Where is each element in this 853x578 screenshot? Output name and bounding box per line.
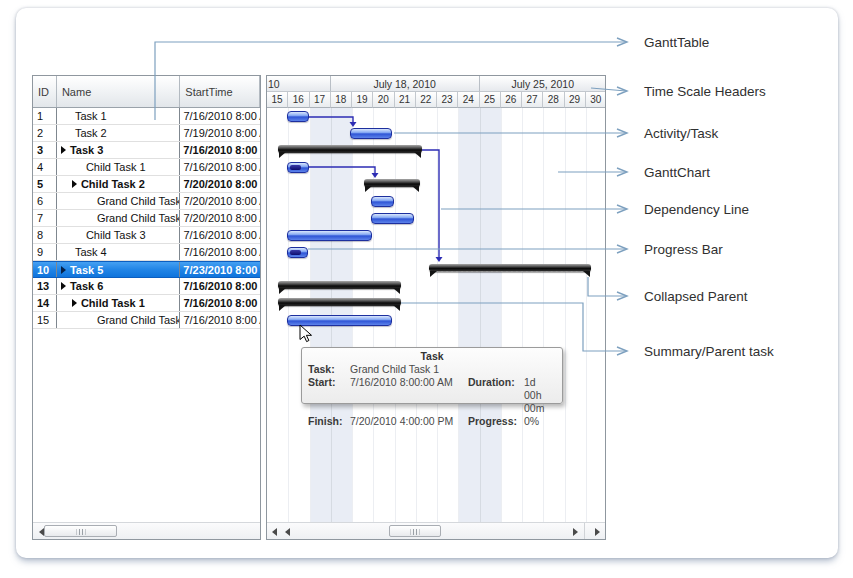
table-row-2[interactable]: 2Task 27/19/2010 8:00 A: [33, 125, 260, 142]
cell-starttime: 7/20/2010 8:00 A: [180, 193, 260, 209]
cell-starttime: 7/20/2010 8:00 A: [180, 210, 260, 226]
cell-starttime: 7/20/2010 8:00: [180, 176, 260, 192]
summary-bar[interactable]: [278, 281, 401, 289]
task-bar[interactable]: [287, 247, 308, 258]
tooltip-value: 7/16/2010 8:00:00 AM: [350, 376, 468, 415]
annotation-label-progress-bar: Progress Bar: [644, 242, 723, 257]
summary-bar[interactable]: [278, 145, 422, 153]
tooltip-label: Finish:: [308, 415, 350, 428]
cell-name: Task 6: [57, 278, 180, 294]
outer-scroll-right-button[interactable]: [593, 526, 604, 537]
cell-id: 13: [33, 278, 57, 294]
day-gridline: [395, 108, 396, 524]
week-header-cell: 10: [267, 76, 331, 92]
tooltip-value: 0%: [524, 415, 556, 428]
task-bar[interactable]: [287, 162, 309, 173]
table-row-7[interactable]: 7Grand Child Task 27/20/2010 8:00 A: [33, 210, 260, 227]
column-header-id[interactable]: ID: [33, 76, 57, 107]
table-row-6[interactable]: 6Grand Child Task 17/20/2010 8:00 A: [33, 193, 260, 210]
cell-name: Grand Child Task 1: [57, 312, 181, 328]
table-scrollbar-thumb[interactable]: [44, 525, 117, 537]
task-bar[interactable]: [287, 111, 309, 122]
expander-icon[interactable]: [72, 299, 77, 307]
cell-id: 5: [33, 176, 57, 192]
cell-name: Task 5: [57, 262, 180, 277]
day-header-cell: 24: [458, 92, 479, 108]
tooltip-value: 1d 00h 00m: [524, 376, 556, 415]
column-header-name[interactable]: Name: [57, 76, 180, 107]
table-row-8[interactable]: 8Child Task 37/16/2010 8:00 A: [33, 227, 260, 244]
tooltip-label: Start:: [308, 376, 350, 415]
chart-scroll-area[interactable]: [267, 522, 605, 539]
tooltip-grid: Task:Grand Child Task 1 Start:7/16/2010 …: [308, 363, 556, 428]
annotation-label-dependency-line: Dependency Line: [644, 202, 749, 217]
cell-starttime: 7/19/2010 8:00 A: [180, 125, 260, 141]
table-row-9[interactable]: 9Task 47/16/2010 8:00 A: [33, 244, 260, 261]
day-header-cell: 21: [395, 92, 416, 108]
expander-icon[interactable]: [61, 146, 66, 154]
summary-end-cap: [365, 186, 372, 192]
task-bar[interactable]: [287, 315, 392, 326]
table-row-10[interactable]: 10Task 57/23/2010 8:00: [33, 261, 260, 278]
table-row-13[interactable]: 13Task 67/16/2010 8:00: [33, 278, 260, 295]
cell-name: Child Task 2: [57, 176, 180, 192]
scroll-right-button[interactable]: [571, 526, 582, 537]
chart-body: [267, 108, 605, 524]
summary-end-cap: [279, 288, 286, 294]
summary-end-cap: [393, 305, 400, 311]
scroll-left-button[interactable]: [281, 526, 292, 537]
summary-end-cap: [583, 271, 590, 277]
outer-scroll-left-button[interactable]: [268, 526, 279, 537]
grip-icon: [411, 529, 420, 535]
right-arrow-icon: [573, 528, 582, 536]
expander-icon[interactable]: [61, 282, 66, 290]
summary-bar[interactable]: [278, 298, 401, 306]
task-bar[interactable]: [371, 213, 414, 224]
cell-id: 2: [33, 125, 57, 141]
task-bar[interactable]: [287, 230, 372, 241]
column-header-starttime[interactable]: StartTime: [180, 76, 260, 107]
table-row-3[interactable]: 3Task 37/16/2010 8:00: [33, 142, 260, 159]
table-row-14[interactable]: 14Child Task 17/16/2010 8:00: [33, 295, 260, 312]
table-row-5[interactable]: 5Child Task 27/20/2010 8:00: [33, 176, 260, 193]
cell-starttime: 7/16/2010 8:00: [180, 278, 260, 294]
table-header-row: IDNameStartTime: [33, 76, 260, 108]
expander-icon[interactable]: [72, 180, 77, 188]
tooltip-value: 7/20/2010 4:00:00 PM: [350, 415, 468, 428]
cell-id: 9: [33, 244, 57, 260]
cell-name: Task 2: [57, 125, 180, 141]
summary-end-cap: [414, 152, 421, 158]
task-bar[interactable]: [371, 196, 394, 207]
task-bar[interactable]: [350, 128, 392, 139]
collapsed-parent-bar[interactable]: [429, 264, 591, 272]
cell-name: Task 1: [57, 108, 180, 124]
cell-name: Grand Child Task 1: [57, 193, 181, 209]
day-gridline: [416, 108, 417, 524]
cell-starttime: 7/16/2010 8:00 A: [180, 108, 260, 124]
day-gridline: [543, 108, 544, 524]
week-scale-header: 10July 18, 2010July 25, 2010: [267, 76, 605, 92]
cell-name: Task 3: [57, 142, 180, 158]
cell-starttime: 7/16/2010 8:00: [180, 142, 260, 158]
table-row-1[interactable]: 1Task 17/16/2010 8:00 A: [33, 108, 260, 125]
table-horizontal-scrollbar[interactable]: [33, 522, 260, 539]
summary-end-cap: [279, 305, 286, 311]
day-header-cell: 23: [437, 92, 458, 108]
day-header-cell: 27: [522, 92, 543, 108]
summary-bar[interactable]: [364, 179, 420, 187]
day-gridline: [480, 108, 481, 524]
table-row-4[interactable]: 4Child Task 17/16/2010 8:00 A: [33, 159, 260, 176]
screenshot-canvas: IDNameStartTime 1Task 17/16/2010 8:00 A2…: [0, 0, 853, 578]
summary-end-cap: [430, 271, 437, 277]
cell-starttime: 7/23/2010 8:00: [180, 262, 260, 277]
progress-bar: [290, 165, 301, 170]
annotation-label-collapsed-parent: Collapsed Parent: [644, 289, 748, 304]
annotation-label-gantttable: GanttTable: [644, 35, 709, 50]
table-row-15[interactable]: 15Grand Child Task 17/16/2010 8:00 A: [33, 312, 260, 329]
day-gridline: [586, 108, 587, 524]
chart-horizontal-scrollbar[interactable]: [279, 523, 585, 540]
expander-icon[interactable]: [61, 266, 66, 274]
progress-bar: [290, 250, 301, 255]
chart-scrollbar-thumb[interactable]: [389, 525, 441, 537]
day-header-cell: 25: [480, 92, 501, 108]
